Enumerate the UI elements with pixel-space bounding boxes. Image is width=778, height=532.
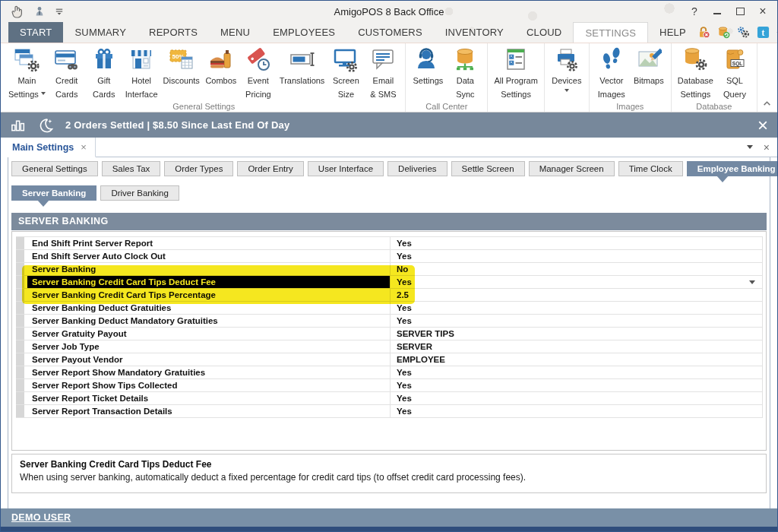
ribbon-button-data-sync[interactable]: Data Sync (447, 46, 483, 101)
ribbon-tab-summary[interactable]: SUMMARY (63, 22, 138, 43)
tab-time-clock[interactable]: Time Clock (618, 161, 683, 176)
ribbon-tab-bar: STARTSUMMARYREPORTSMENUEMPLOYEESCUSTOMER… (1, 22, 777, 43)
grid-row-end-shift-print-server-report[interactable]: End Shift Print Server Report Yes (16, 237, 762, 250)
notification-close-icon[interactable]: × (757, 112, 768, 138)
end-of-day-icon[interactable] (37, 117, 54, 134)
setting-value[interactable]: 2.5 (391, 289, 762, 301)
ribbon-tab-start[interactable]: START (8, 22, 63, 43)
grid-row-server-report-ticket-details[interactable]: Server Report Ticket Details Yes (16, 392, 762, 405)
tab-sales-tax[interactable]: Sales Tax (102, 161, 161, 176)
ribbon-button-bitmaps[interactable]: Bitmaps (631, 46, 667, 87)
ribbon-button-hotel-interface[interactable]: Hotel Interface (123, 46, 160, 101)
ribbon-button-settings[interactable]: Settings (410, 46, 446, 87)
current-user-link[interactable]: DEMO USER (11, 512, 71, 523)
tab-list-dropdown-icon[interactable] (747, 145, 753, 152)
setting-value[interactable]: Yes (391, 366, 762, 378)
ribbon-tab-customers[interactable]: CUSTOMERS (346, 22, 434, 43)
login-user-icon[interactable] (33, 5, 46, 17)
ribbon-tab-settings[interactable]: SETTINGS (573, 22, 648, 43)
grid-row-server-report-transaction-details[interactable]: Server Report Transaction Details Yes (16, 405, 762, 418)
setting-value[interactable]: Yes (391, 315, 762, 327)
close-icon[interactable]: × (751, 2, 774, 21)
setting-value[interactable]: Yes (391, 237, 762, 249)
ribbon-button-combos[interactable]: Combos (203, 46, 239, 87)
twitter-icon[interactable]: t (757, 26, 770, 39)
row-gutter (16, 302, 24, 314)
maximize-icon[interactable] (729, 2, 751, 21)
ribbon-button-gift-cards[interactable]: Gift Cards (86, 46, 122, 101)
grid-row-end-shift-server-auto-clock-out[interactable]: End Shift Server Auto Clock Out Yes (16, 250, 762, 263)
dropdown-caret-icon (565, 89, 569, 94)
ribbon-button-vector-images[interactable]: Vector Images (593, 46, 630, 101)
ribbon-button-translations[interactable]: Translations (277, 46, 327, 87)
tab-deliveries[interactable]: Deliveries (387, 161, 448, 176)
lock-icon[interactable] (697, 26, 710, 39)
collapse-ribbon-icon[interactable] (763, 100, 771, 108)
ribbon-button-main-settings[interactable]: Main Settings (6, 46, 48, 101)
ribbon-tab-help[interactable]: HELP (648, 22, 697, 43)
tab-settle-screen[interactable]: Settle Screen (451, 161, 525, 176)
tab-server-banking[interactable]: Server Banking (11, 185, 96, 201)
grid-row-server-banking[interactable]: Server Banking No (16, 263, 762, 276)
ribbon-button-label: Combos (205, 76, 236, 85)
doc-tab-main-settings[interactable]: Main Settings × (1, 138, 96, 157)
grid-row-server-report-show-tips-collected[interactable]: Server Report Show Tips Collected Yes (16, 379, 762, 392)
setting-value[interactable]: No (391, 263, 762, 275)
ribbon-tab-reports[interactable]: REPORTS (138, 22, 209, 43)
minimize-icon[interactable] (706, 2, 729, 21)
setting-value[interactable]: Yes (391, 392, 762, 404)
hand-cursor-icon[interactable] (10, 4, 25, 19)
ribbon-tab-inventory[interactable]: INVENTORY (434, 22, 515, 43)
footer-strip (1, 527, 777, 531)
setting-value[interactable]: Yes (391, 405, 762, 417)
tab-manager-screen[interactable]: Manager Screen (529, 161, 615, 176)
ribbon-button-discounts[interactable]: 50% Discounts (161, 46, 202, 87)
ribbon-button-credit-cards[interactable]: Credit Cards (49, 46, 85, 101)
hotel-interface-icon (128, 46, 154, 72)
setting-value[interactable]: SERVER (391, 340, 762, 353)
dropdown-arrow-icon[interactable] (749, 280, 755, 287)
grid-row-server-banking-credit-card-tips-deduct-fee[interactable]: Server Banking Credit Card Tips Deduct F… (16, 276, 762, 289)
ribbon-button-all-program-settings[interactable]: All Program Settings (492, 46, 539, 101)
grid-row-server-gratuity-payout[interactable]: Server Gratuity Payout SERVER TIPS (16, 328, 762, 340)
setting-value[interactable]: Yes (391, 379, 762, 391)
ribbon-tab-cloud[interactable]: CLOUD (515, 22, 574, 43)
tab-order-entry[interactable]: Order Entry (237, 161, 303, 176)
ribbon-button-screen-size[interactable]: Screen Size (327, 46, 364, 101)
grid-row-server-banking-credit-card-tips-percentage[interactable]: Server Banking Credit Card Tips Percenta… (16, 289, 762, 302)
grid-row-server-job-type[interactable]: Server Job Type SERVER (16, 340, 762, 353)
setting-label: End Shift Server Auto Clock Out (27, 250, 391, 262)
doc-tabs-close-icon[interactable]: × (764, 142, 770, 153)
customize-toolbar-icon[interactable] (54, 6, 65, 17)
grid-row-server-banking-deduct-mandatory-gratuities[interactable]: Server Banking Deduct Mandatory Gratuiti… (16, 315, 762, 328)
tab-general-settings[interactable]: General Settings (11, 161, 98, 176)
tab-driver-banking[interactable]: Driver Banking (100, 185, 179, 201)
ribbon-button-database-settings[interactable]: Database Settings (675, 46, 716, 101)
tab-user-interface[interactable]: User Interface (308, 161, 384, 176)
ribbon-button-event-pricing[interactable]: Event Pricing (240, 46, 277, 101)
ribbon-tab-employees[interactable]: EMPLOYEES (261, 22, 346, 43)
ribbon-tab-menu[interactable]: MENU (209, 22, 261, 43)
setting-value[interactable]: Yes (391, 250, 762, 262)
help-icon[interactable]: ? (683, 2, 706, 21)
tab-employee-banking[interactable]: Employee Banking (687, 161, 778, 176)
setting-value[interactable]: Yes (391, 302, 762, 314)
grid-row-server-report-show-mandatory-gratuities[interactable]: Server Report Show Mandatory Gratuities … (16, 366, 762, 379)
grid-row-server-payout-vendor[interactable]: Server Payout Vendor EMPLOYEE (16, 353, 762, 366)
setting-value[interactable]: SERVER TIPS (391, 328, 762, 340)
doc-tab-close-icon[interactable]: × (81, 142, 87, 152)
ribbon-button-devices[interactable]: Devices (549, 46, 585, 95)
gears-icon[interactable] (737, 26, 750, 39)
tab-order-types[interactable]: Order Types (164, 161, 233, 176)
row-gutter (16, 276, 24, 288)
grid-row-server-banking-deduct-gratuities[interactable]: Server Banking Deduct Gratuities Yes (16, 302, 762, 315)
setting-value[interactable]: EMPLOYEE (391, 353, 762, 366)
ribbon-button-email-sms[interactable]: Email & SMS (365, 46, 401, 101)
ribbon-button-sql-query[interactable]: SQL SQL Query (716, 46, 753, 101)
setting-value[interactable]: Yes (391, 276, 762, 288)
ribbon-group-images: Vector Images Bitmaps Images (590, 43, 672, 112)
row-gutter (16, 379, 24, 391)
database-sync-icon[interactable] (717, 26, 730, 39)
svg-text:t: t (761, 27, 764, 38)
ribbon-button-label: Hotel Interface (125, 76, 158, 99)
